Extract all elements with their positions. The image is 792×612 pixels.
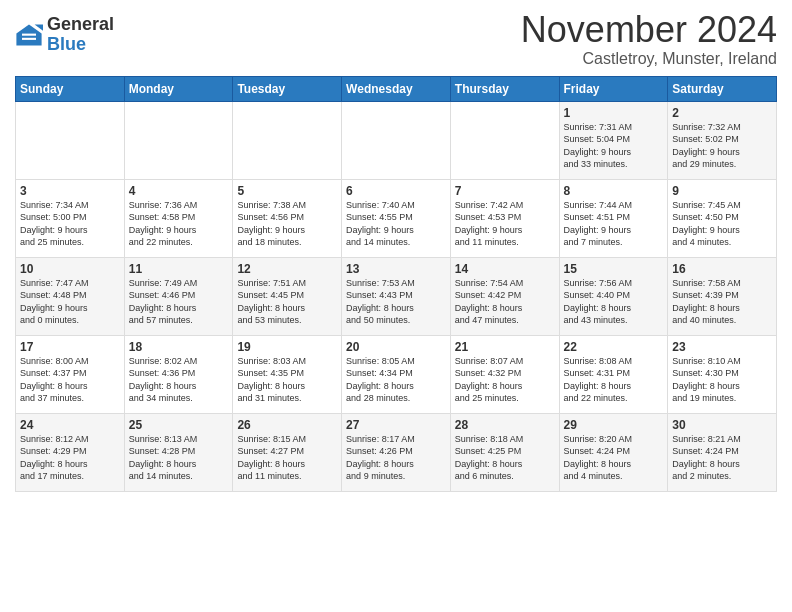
day-cell: 16Sunrise: 7:58 AM Sunset: 4:39 PM Dayli… [668,257,777,335]
title-block: November 2024 Castletroy, Munster, Irela… [521,10,777,68]
day-cell [233,101,342,179]
day-info: Sunrise: 8:03 AM Sunset: 4:35 PM Dayligh… [237,355,337,405]
day-number: 26 [237,418,337,432]
day-cell: 22Sunrise: 8:08 AM Sunset: 4:31 PM Dayli… [559,335,668,413]
day-number: 25 [129,418,229,432]
day-cell: 1Sunrise: 7:31 AM Sunset: 5:04 PM Daylig… [559,101,668,179]
day-info: Sunrise: 7:31 AM Sunset: 5:04 PM Dayligh… [564,121,664,171]
day-number: 19 [237,340,337,354]
day-number: 28 [455,418,555,432]
day-cell [450,101,559,179]
day-number: 22 [564,340,664,354]
day-info: Sunrise: 7:42 AM Sunset: 4:53 PM Dayligh… [455,199,555,249]
col-sunday: Sunday [16,76,125,101]
day-number: 23 [672,340,772,354]
location-subtitle: Castletroy, Munster, Ireland [521,50,777,68]
day-number: 5 [237,184,337,198]
week-row-2: 3Sunrise: 7:34 AM Sunset: 5:00 PM Daylig… [16,179,777,257]
day-info: Sunrise: 7:47 AM Sunset: 4:48 PM Dayligh… [20,277,120,327]
day-info: Sunrise: 8:10 AM Sunset: 4:30 PM Dayligh… [672,355,772,405]
day-info: Sunrise: 7:36 AM Sunset: 4:58 PM Dayligh… [129,199,229,249]
day-number: 6 [346,184,446,198]
day-cell: 6Sunrise: 7:40 AM Sunset: 4:55 PM Daylig… [342,179,451,257]
day-cell: 11Sunrise: 7:49 AM Sunset: 4:46 PM Dayli… [124,257,233,335]
day-cell: 20Sunrise: 8:05 AM Sunset: 4:34 PM Dayli… [342,335,451,413]
day-cell: 21Sunrise: 8:07 AM Sunset: 4:32 PM Dayli… [450,335,559,413]
day-cell: 17Sunrise: 8:00 AM Sunset: 4:37 PM Dayli… [16,335,125,413]
week-row-1: 1Sunrise: 7:31 AM Sunset: 5:04 PM Daylig… [16,101,777,179]
day-cell: 19Sunrise: 8:03 AM Sunset: 4:35 PM Dayli… [233,335,342,413]
col-wednesday: Wednesday [342,76,451,101]
day-info: Sunrise: 8:00 AM Sunset: 4:37 PM Dayligh… [20,355,120,405]
day-number: 27 [346,418,446,432]
day-info: Sunrise: 8:05 AM Sunset: 4:34 PM Dayligh… [346,355,446,405]
day-cell: 13Sunrise: 7:53 AM Sunset: 4:43 PM Dayli… [342,257,451,335]
day-info: Sunrise: 8:07 AM Sunset: 4:32 PM Dayligh… [455,355,555,405]
day-info: Sunrise: 7:34 AM Sunset: 5:00 PM Dayligh… [20,199,120,249]
day-info: Sunrise: 7:38 AM Sunset: 4:56 PM Dayligh… [237,199,337,249]
day-cell [16,101,125,179]
day-cell: 27Sunrise: 8:17 AM Sunset: 4:26 PM Dayli… [342,413,451,491]
day-info: Sunrise: 8:21 AM Sunset: 4:24 PM Dayligh… [672,433,772,483]
column-headers: Sunday Monday Tuesday Wednesday Thursday… [16,76,777,101]
col-thursday: Thursday [450,76,559,101]
day-number: 7 [455,184,555,198]
day-cell: 5Sunrise: 7:38 AM Sunset: 4:56 PM Daylig… [233,179,342,257]
svg-rect-4 [22,38,36,40]
day-info: Sunrise: 7:58 AM Sunset: 4:39 PM Dayligh… [672,277,772,327]
svg-rect-3 [22,33,36,35]
day-cell: 2Sunrise: 7:32 AM Sunset: 5:02 PM Daylig… [668,101,777,179]
day-cell: 4Sunrise: 7:36 AM Sunset: 4:58 PM Daylig… [124,179,233,257]
week-row-4: 17Sunrise: 8:00 AM Sunset: 4:37 PM Dayli… [16,335,777,413]
day-cell: 3Sunrise: 7:34 AM Sunset: 5:00 PM Daylig… [16,179,125,257]
col-friday: Friday [559,76,668,101]
header: General Blue November 2024 Castletroy, M… [15,10,777,68]
day-number: 8 [564,184,664,198]
month-title: November 2024 [521,10,777,50]
day-cell: 29Sunrise: 8:20 AM Sunset: 4:24 PM Dayli… [559,413,668,491]
day-cell: 9Sunrise: 7:45 AM Sunset: 4:50 PM Daylig… [668,179,777,257]
logo-general-text: General [47,15,114,35]
day-cell: 14Sunrise: 7:54 AM Sunset: 4:42 PM Dayli… [450,257,559,335]
day-number: 17 [20,340,120,354]
day-cell: 10Sunrise: 7:47 AM Sunset: 4:48 PM Dayli… [16,257,125,335]
day-info: Sunrise: 7:51 AM Sunset: 4:45 PM Dayligh… [237,277,337,327]
day-info: Sunrise: 7:49 AM Sunset: 4:46 PM Dayligh… [129,277,229,327]
day-info: Sunrise: 7:40 AM Sunset: 4:55 PM Dayligh… [346,199,446,249]
day-number: 29 [564,418,664,432]
day-cell: 25Sunrise: 8:13 AM Sunset: 4:28 PM Dayli… [124,413,233,491]
page-container: General Blue November 2024 Castletroy, M… [0,0,792,497]
day-cell: 15Sunrise: 7:56 AM Sunset: 4:40 PM Dayli… [559,257,668,335]
day-number: 13 [346,262,446,276]
day-cell: 24Sunrise: 8:12 AM Sunset: 4:29 PM Dayli… [16,413,125,491]
day-number: 9 [672,184,772,198]
day-info: Sunrise: 8:17 AM Sunset: 4:26 PM Dayligh… [346,433,446,483]
day-number: 4 [129,184,229,198]
logo: General Blue [15,15,114,55]
day-info: Sunrise: 8:20 AM Sunset: 4:24 PM Dayligh… [564,433,664,483]
day-number: 2 [672,106,772,120]
logo-icon [15,21,43,49]
day-number: 30 [672,418,772,432]
day-info: Sunrise: 8:02 AM Sunset: 4:36 PM Dayligh… [129,355,229,405]
day-number: 20 [346,340,446,354]
day-cell [124,101,233,179]
logo-blue-text: Blue [47,35,114,55]
day-info: Sunrise: 8:13 AM Sunset: 4:28 PM Dayligh… [129,433,229,483]
day-cell: 30Sunrise: 8:21 AM Sunset: 4:24 PM Dayli… [668,413,777,491]
day-number: 21 [455,340,555,354]
day-cell: 23Sunrise: 8:10 AM Sunset: 4:30 PM Dayli… [668,335,777,413]
day-number: 11 [129,262,229,276]
day-number: 24 [20,418,120,432]
day-info: Sunrise: 8:12 AM Sunset: 4:29 PM Dayligh… [20,433,120,483]
day-cell: 28Sunrise: 8:18 AM Sunset: 4:25 PM Dayli… [450,413,559,491]
day-number: 16 [672,262,772,276]
day-number: 3 [20,184,120,198]
day-info: Sunrise: 7:45 AM Sunset: 4:50 PM Dayligh… [672,199,772,249]
day-info: Sunrise: 8:15 AM Sunset: 4:27 PM Dayligh… [237,433,337,483]
day-info: Sunrise: 8:08 AM Sunset: 4:31 PM Dayligh… [564,355,664,405]
day-info: Sunrise: 7:32 AM Sunset: 5:02 PM Dayligh… [672,121,772,171]
day-cell: 18Sunrise: 8:02 AM Sunset: 4:36 PM Dayli… [124,335,233,413]
day-cell: 7Sunrise: 7:42 AM Sunset: 4:53 PM Daylig… [450,179,559,257]
day-number: 18 [129,340,229,354]
